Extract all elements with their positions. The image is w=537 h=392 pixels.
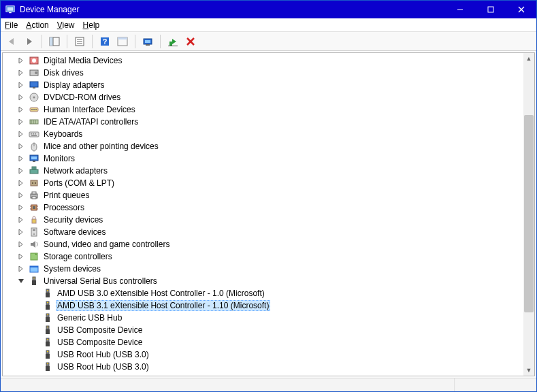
tree-device[interactable]: USB Root Hub (USB 3.0) [3, 348, 523, 361]
svg-rect-89 [46, 342, 50, 346]
tree-spacer [30, 350, 39, 359]
svg-rect-92 [46, 354, 50, 359]
minimize-button[interactable] [444, 1, 475, 18]
tree-category[interactable]: Human Interface Devices [3, 103, 523, 116]
scan-hardware-button[interactable] [140, 33, 156, 50]
scroll-track[interactable] [523, 64, 534, 365]
tree-category[interactable]: Monitors [3, 152, 523, 165]
expand-arrow-icon[interactable] [16, 154, 26, 163]
tree-category[interactable]: Storage controllers [3, 250, 523, 263]
show-hide-tree-button[interactable] [46, 33, 63, 50]
display-icon [29, 80, 39, 91]
tree-device[interactable]: AMD USB 3.0 eXtensible Host Controller -… [3, 287, 523, 299]
help-button[interactable]: ? [97, 33, 113, 50]
tree-category[interactable]: Print queues [3, 189, 523, 201]
tree-category-label: Network adapters [42, 166, 109, 176]
expand-arrow-icon[interactable] [16, 142, 26, 151]
tree-spacer [30, 313, 39, 323]
vertical-scrollbar[interactable]: ▲ ▼ [523, 53, 534, 376]
tree-category-label: Print queues [42, 191, 91, 200]
expand-arrow-icon[interactable] [16, 117, 26, 127]
expand-arrow-icon[interactable] [16, 178, 26, 188]
action-button[interactable] [114, 33, 131, 50]
tree-category[interactable]: Digital Media Devices [3, 54, 523, 67]
svg-rect-43 [33, 133, 34, 135]
expand-arrow-icon[interactable] [16, 93, 26, 102]
tree-device[interactable]: AMD USB 3.1 eXtensible Host Controller -… [3, 299, 523, 312]
tree-category[interactable]: System devices [3, 263, 523, 275]
disable-device-button[interactable] [182, 33, 199, 50]
expand-arrow-icon[interactable] [16, 215, 26, 225]
svg-rect-73 [33, 277, 35, 280]
svg-rect-88 [46, 338, 49, 342]
usb-device-icon [42, 361, 53, 372]
expand-arrow-icon[interactable] [16, 105, 26, 114]
menu-file[interactable]: File [5, 20, 18, 30]
forward-button[interactable] [21, 33, 37, 50]
tree-category-label: System devices [42, 264, 102, 274]
tree-category[interactable]: Network adapters [3, 165, 523, 177]
network-icon [29, 165, 39, 176]
tree-category[interactable]: Keyboards [3, 128, 523, 140]
expand-arrow-icon[interactable] [16, 56, 26, 65]
svg-rect-58 [32, 192, 36, 194]
menu-view[interactable]: View [57, 20, 75, 30]
mouse-icon [29, 141, 39, 152]
svg-text:?: ? [103, 37, 108, 46]
tree-category[interactable]: Ports (COM & LPT) [3, 177, 523, 189]
svg-rect-50 [33, 161, 35, 162]
expand-arrow-icon[interactable] [16, 203, 26, 212]
expand-arrow-icon[interactable] [16, 264, 26, 274]
tree-category[interactable]: Processors [3, 201, 523, 214]
printer-icon [29, 190, 39, 201]
maximize-button[interactable] [475, 1, 506, 18]
device-tree[interactable]: Digital Media DevicesDisk drivesDisplay … [3, 53, 523, 376]
tree-category-label: Monitors [42, 154, 76, 163]
svg-rect-85 [46, 326, 49, 329]
expand-arrow-icon[interactable] [16, 68, 26, 78]
menu-help[interactable]: Help [83, 20, 100, 30]
tree-category[interactable]: Security devices [3, 214, 523, 226]
svg-rect-90 [47, 339, 48, 340]
svg-point-56 [35, 182, 36, 184]
expand-arrow-icon[interactable] [16, 252, 26, 261]
tree-device[interactable]: USB Composite Device [3, 336, 523, 348]
tree-spacer [30, 338, 39, 347]
properties-button[interactable] [71, 33, 88, 50]
tree-category[interactable]: DVD/CD-ROM drives [3, 91, 523, 103]
status-cell-left [1, 378, 455, 391]
tree-spacer [30, 289, 39, 298]
svg-rect-49 [31, 157, 37, 159]
svg-rect-20 [146, 44, 150, 46]
collapse-arrow-icon[interactable] [16, 276, 26, 286]
svg-rect-81 [47, 302, 48, 303]
tree-category[interactable]: Sound, video and game controllers [3, 238, 523, 250]
scroll-up-button[interactable]: ▲ [523, 53, 534, 64]
expand-arrow-icon[interactable] [16, 240, 26, 249]
tree-device[interactable]: Generic USB Hub [3, 312, 523, 324]
svg-rect-42 [31, 133, 32, 135]
tree-category[interactable]: Software devices [3, 226, 523, 238]
back-button[interactable] [3, 33, 20, 50]
tree-category[interactable]: Mice and other pointing devices [3, 140, 523, 152]
expand-arrow-icon[interactable] [16, 80, 26, 90]
expand-arrow-icon[interactable] [16, 166, 26, 176]
tree-device[interactable]: USB Composite Device [3, 324, 523, 336]
expand-arrow-icon[interactable] [16, 227, 26, 237]
scroll-thumb[interactable] [524, 115, 534, 312]
tree-category[interactable]: IDE ATA/ATAPI controllers [3, 116, 523, 128]
scroll-down-button[interactable]: ▼ [523, 365, 534, 376]
tree-category[interactable]: Display adapters [3, 79, 523, 91]
status-cell-right [455, 378, 536, 391]
enable-device-button[interactable] [165, 33, 181, 50]
expand-arrow-icon[interactable] [16, 129, 26, 139]
tree-device[interactable]: USB Root Hub (USB 3.0) [3, 361, 523, 373]
expand-arrow-icon[interactable] [16, 191, 26, 200]
tree-category-usb[interactable]: Universal Serial Bus controllers [3, 275, 523, 287]
software-icon [29, 227, 39, 238]
tree-category[interactable]: Disk drives [3, 67, 523, 79]
svg-rect-30 [33, 87, 35, 88]
close-button[interactable] [506, 1, 536, 18]
menu-action[interactable]: Action [26, 20, 48, 30]
svg-rect-93 [47, 351, 48, 352]
